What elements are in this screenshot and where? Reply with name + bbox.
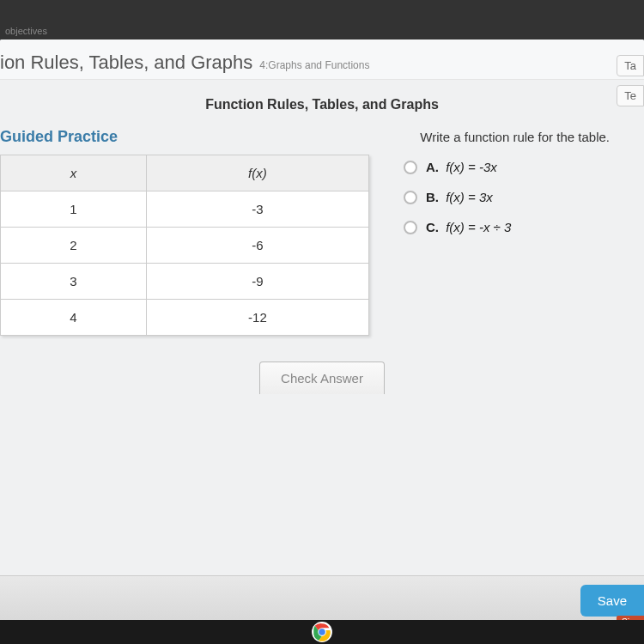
- check-answer-button[interactable]: Check Answer: [259, 361, 385, 394]
- radio-icon[interactable]: [404, 161, 417, 174]
- radio-icon[interactable]: [404, 221, 417, 234]
- choice-text: f(x) = 3x: [446, 190, 493, 204]
- table-row: 2 -6: [1, 228, 369, 264]
- choice-letter: A.: [426, 160, 439, 174]
- answer-choices: A. f(x) = -3x B. f(x) = 3x: [369, 160, 511, 234]
- cell-x: 4: [1, 300, 147, 336]
- header-x: x: [1, 155, 147, 191]
- app-screen: ion Rules, Tables, and Graphs 4:Graphs a…: [0, 39, 644, 623]
- choice-text: f(x) = -3x: [446, 160, 497, 174]
- cell-fx: -3: [146, 191, 368, 228]
- top-right-chips: Ta Te: [617, 55, 644, 106]
- choice-b[interactable]: B. f(x) = 3x: [404, 190, 511, 204]
- choice-c[interactable]: C. f(x) = -x ÷ 3: [404, 220, 511, 234]
- browser-tab-label: objectives: [0, 26, 644, 39]
- os-taskbar: [0, 620, 644, 644]
- choice-letter: C.: [426, 220, 439, 234]
- header-fx: f(x): [146, 155, 368, 191]
- radio-icon[interactable]: [404, 191, 417, 204]
- cell-x: 3: [1, 264, 147, 300]
- chip-ta[interactable]: Ta: [617, 55, 644, 76]
- cell-fx: -6: [146, 228, 368, 264]
- chrome-icon[interactable]: [311, 621, 333, 643]
- question-prompt: Write a function rule for the table.: [420, 130, 644, 144]
- guided-practice-label: Guided Practice: [0, 128, 118, 146]
- device-frame: objectives ion Rules, Tables, and Graphs…: [0, 0, 644, 644]
- choice-text: f(x) = -x ÷ 3: [446, 220, 511, 234]
- section-subtitle: Function Rules, Tables, and Graphs: [205, 97, 439, 112]
- choice-a[interactable]: A. f(x) = -3x: [404, 160, 511, 174]
- content-area: Function Rules, Tables, and Graphs Guide…: [0, 80, 644, 394]
- chip-te[interactable]: Te: [617, 85, 644, 106]
- choice-letter: B.: [426, 190, 439, 204]
- lesson-header: ion Rules, Tables, and Graphs 4:Graphs a…: [0, 39, 644, 80]
- function-table: x f(x) 1 -3 2 -6: [0, 155, 369, 336]
- lesson-title: ion Rules, Tables, and Graphs: [0, 52, 252, 74]
- table-row: 3 -9: [1, 264, 369, 300]
- cell-fx: -12: [146, 300, 368, 336]
- cell-fx: -9: [146, 264, 368, 300]
- cell-x: 1: [1, 191, 147, 228]
- cell-x: 2: [1, 228, 147, 264]
- table-row: 4 -12: [1, 300, 369, 336]
- table-row: 1 -3: [1, 191, 369, 228]
- table-header-row: x f(x): [1, 155, 369, 191]
- lesson-subtitle: 4:Graphs and Functions: [259, 59, 369, 71]
- bottom-bar: Save: [0, 575, 644, 623]
- save-button[interactable]: Save: [580, 585, 644, 617]
- svg-point-1: [319, 629, 325, 635]
